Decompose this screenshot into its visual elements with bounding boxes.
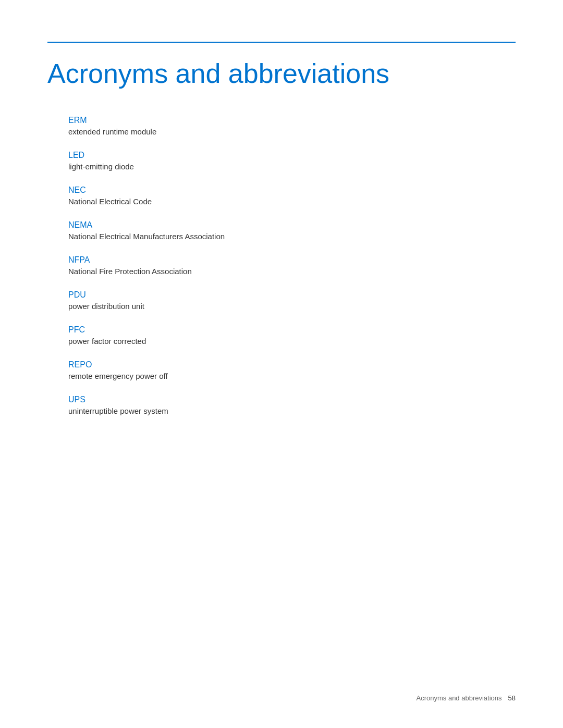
acronym-item: NECNational Electrical Code [68,186,516,206]
acronym-term: REPO [68,360,516,369]
acronym-term: NFPA [68,255,516,265]
acronym-term: LED [68,151,516,160]
acronym-item: REPOremote emergency power off [68,360,516,380]
acronym-definition: National Electrical Manufacturers Associ… [68,232,516,241]
acronym-term: PFC [68,325,516,335]
acronym-item: NEMANational Electrical Manufacturers As… [68,220,516,241]
acronym-definition: power factor corrected [68,337,516,346]
acronym-definition: National Electrical Code [68,197,516,206]
acronym-term: NEMA [68,220,516,230]
top-rule [47,42,516,43]
footer-page-number: 58 [508,694,516,702]
acronym-list: ERMextended runtime moduleLEDlight-emitt… [68,116,516,415]
acronym-term: PDU [68,290,516,300]
acronym-item: NFPANational Fire Protection Association [68,255,516,276]
acronym-definition: remote emergency power off [68,372,516,380]
footer: Acronyms and abbreviations 58 [417,694,516,702]
footer-section-label: Acronyms and abbreviations [417,694,502,702]
acronym-term: ERM [68,116,516,125]
acronym-definition: National Fire Protection Association [68,267,516,276]
acronym-term: NEC [68,186,516,195]
acronym-definition: power distribution unit [68,302,516,311]
acronym-definition: extended runtime module [68,127,516,136]
acronym-definition: light-emitting diode [68,162,516,171]
acronym-item: ERMextended runtime module [68,116,516,136]
page-container: Acronyms and abbreviations ERMextended r… [0,0,563,472]
acronym-item: UPSuninterruptible power system [68,395,516,415]
acronym-term: UPS [68,395,516,404]
acronym-item: PDUpower distribution unit [68,290,516,311]
acronym-item: PFCpower factor corrected [68,325,516,346]
acronym-definition: uninterruptible power system [68,406,516,415]
acronym-item: LEDlight-emitting diode [68,151,516,171]
page-title: Acronyms and abbreviations [47,57,516,90]
